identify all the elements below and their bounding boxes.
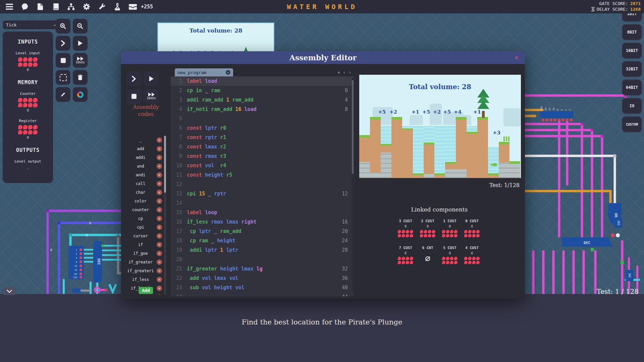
next-tab-button[interactable]: › bbox=[348, 70, 351, 75]
zoom-in-button[interactable] bbox=[56, 19, 70, 34]
assembly-code-item[interactable]: andi✕ bbox=[124, 171, 162, 179]
assembly-code-name: if_goe bbox=[124, 251, 157, 256]
editor-scrollbar[interactable] bbox=[352, 77, 354, 292]
led bbox=[406, 234, 409, 237]
assembly-code-item[interactable]: addi✕ bbox=[124, 153, 162, 162]
category-button-32bit[interactable]: 32BIT bbox=[622, 61, 642, 77]
delete-code-button[interactable]: ✕ bbox=[157, 146, 162, 152]
linked-component: 7 CUST0 bbox=[394, 246, 417, 267]
assembly-code-item[interactable]: _✕ bbox=[124, 136, 162, 144]
play-button[interactable] bbox=[73, 36, 88, 51]
led bbox=[23, 103, 28, 107]
led bbox=[454, 261, 458, 264]
zoom-out-button[interactable] bbox=[73, 19, 88, 34]
assembly-code-item[interactable]: counter✕ bbox=[124, 205, 162, 214]
category-button-16bit[interactable]: 16BIT bbox=[622, 43, 642, 59]
fast-forward-button[interactable]: 10kHz bbox=[73, 53, 88, 68]
delete-code-button[interactable]: ✕ bbox=[157, 242, 162, 247]
asm-step-button[interactable] bbox=[126, 71, 141, 86]
water bbox=[488, 146, 499, 173]
assembly-code-item[interactable]: call✕ bbox=[124, 179, 162, 188]
delete-code-button[interactable]: ✕ bbox=[157, 172, 162, 178]
edit-button[interactable] bbox=[56, 87, 70, 102]
asm-fast-forward-button[interactable]: 10kHz bbox=[144, 89, 159, 104]
led bbox=[450, 261, 453, 264]
prev-tab-button[interactable]: ‹ bbox=[343, 70, 345, 75]
level-output-value: _ bbox=[3, 165, 53, 169]
editor-line: 16if_less rmax lmax right16 bbox=[171, 217, 354, 227]
category-button-8bit[interactable]: 8BIT bbox=[622, 24, 642, 40]
add-code-button[interactable]: Add bbox=[139, 287, 153, 294]
assembly-code-item[interactable]: if_greateri✕ bbox=[124, 266, 162, 275]
delete-code-button[interactable]: ✕ bbox=[157, 190, 162, 195]
category-button-custom[interactable]: CUSTOM bbox=[622, 116, 642, 132]
delete-button[interactable] bbox=[73, 70, 88, 85]
assembly-code-item[interactable]: if_goe✕ bbox=[124, 249, 162, 258]
delete-code-button[interactable]: ✕ bbox=[157, 251, 162, 256]
asm-stop-button[interactable] bbox=[126, 89, 141, 104]
delete-code-button[interactable]: ✕ bbox=[157, 164, 162, 169]
delete-code-button[interactable]: ✕ bbox=[157, 268, 162, 274]
svg-text:128: 128 bbox=[73, 276, 77, 279]
linked-component-label: 2 CUST bbox=[417, 219, 439, 223]
tab-new-program[interactable]: new_program ✕ bbox=[175, 68, 233, 76]
assembly-code-item[interactable]: char✕ bbox=[124, 188, 162, 197]
delete-code-button[interactable]: ✕ bbox=[157, 233, 162, 239]
step-button[interactable] bbox=[56, 36, 70, 51]
code-text-area[interactable]: 1label load2cp in _ ram03addi ram_add 1 … bbox=[171, 76, 354, 296]
led bbox=[406, 257, 409, 260]
delete-code-button[interactable]: ✕ bbox=[157, 181, 162, 186]
stop-button[interactable] bbox=[56, 53, 70, 68]
led bbox=[476, 257, 480, 260]
codes-scrollbar[interactable] bbox=[164, 136, 166, 295]
line-number: 1 bbox=[171, 78, 182, 84]
led bbox=[464, 261, 468, 264]
instruction-address: 28 bbox=[342, 247, 348, 253]
close-tab-button[interactable]: ✕ bbox=[226, 70, 230, 75]
paint-button[interactable] bbox=[73, 87, 88, 102]
delete-code-button[interactable]: ✕ bbox=[157, 286, 162, 291]
counter-led-display bbox=[18, 98, 38, 107]
led bbox=[410, 234, 413, 237]
line-number: 12 bbox=[171, 181, 182, 187]
new-tab-button[interactable]: + bbox=[337, 70, 340, 75]
delete-code-button[interactable]: ✕ bbox=[157, 216, 162, 221]
assembly-code-item[interactable]: color✕ bbox=[124, 197, 162, 205]
delete-code-button[interactable]: ✕ bbox=[157, 198, 162, 204]
delete-code-button[interactable]: ✕ bbox=[157, 207, 162, 213]
assembly-code-item[interactable]: cursor✕ bbox=[124, 232, 162, 240]
assembly-codes-list: _✕add✕addi✕and✕andi✕call✕char✕color✕coun… bbox=[124, 136, 162, 295]
assembly-code-item[interactable]: and✕ bbox=[124, 162, 162, 171]
grass-tuft-icon bbox=[503, 136, 509, 141]
assembly-code-item[interactable]: cpi✕ bbox=[124, 223, 162, 232]
volume-annotation: +5 bbox=[422, 109, 430, 115]
assembly-code-item[interactable]: if✕ bbox=[124, 240, 162, 249]
assembly-code-item[interactable]: if_less✕ bbox=[124, 275, 162, 284]
delete-code-button[interactable]: ✕ bbox=[157, 277, 162, 282]
led bbox=[406, 261, 409, 264]
asm-play-button[interactable] bbox=[144, 71, 159, 86]
line-number: 6 bbox=[171, 125, 182, 131]
svg-text:16: 16 bbox=[74, 265, 77, 267]
dialog-titlebar[interactable]: Assembly Editor ✕ bbox=[121, 51, 525, 64]
assembly-code-item[interactable]: if_greater✕ bbox=[124, 258, 162, 266]
delete-code-button[interactable]: ✕ bbox=[157, 137, 162, 143]
collapse-bottom-panel-button[interactable] bbox=[3, 287, 16, 295]
editor-line: 20 bbox=[171, 255, 354, 264]
delete-code-button[interactable]: ✕ bbox=[157, 259, 162, 265]
delete-code-button[interactable]: ✕ bbox=[157, 294, 162, 295]
close-dialog-button[interactable]: ✕ bbox=[512, 53, 521, 62]
svg-text:0: 0 bbox=[50, 248, 52, 252]
led bbox=[450, 230, 453, 233]
category-button-io[interactable]: IO bbox=[622, 98, 642, 114]
delete-code-button[interactable]: ✕ bbox=[157, 225, 162, 230]
tick-selector[interactable]: Tick – bbox=[3, 20, 60, 29]
assembly-code-item[interactable]: cp✕ bbox=[124, 214, 162, 223]
led bbox=[472, 234, 476, 237]
assembly-code-item[interactable]: add✕ bbox=[124, 144, 162, 153]
select-button[interactable] bbox=[56, 70, 70, 85]
delete-code-button[interactable]: ✕ bbox=[157, 155, 162, 160]
led bbox=[23, 57, 28, 62]
category-button-64bit[interactable]: 64BIT bbox=[622, 79, 642, 96]
linked-component-value: 0 bbox=[439, 251, 461, 255]
